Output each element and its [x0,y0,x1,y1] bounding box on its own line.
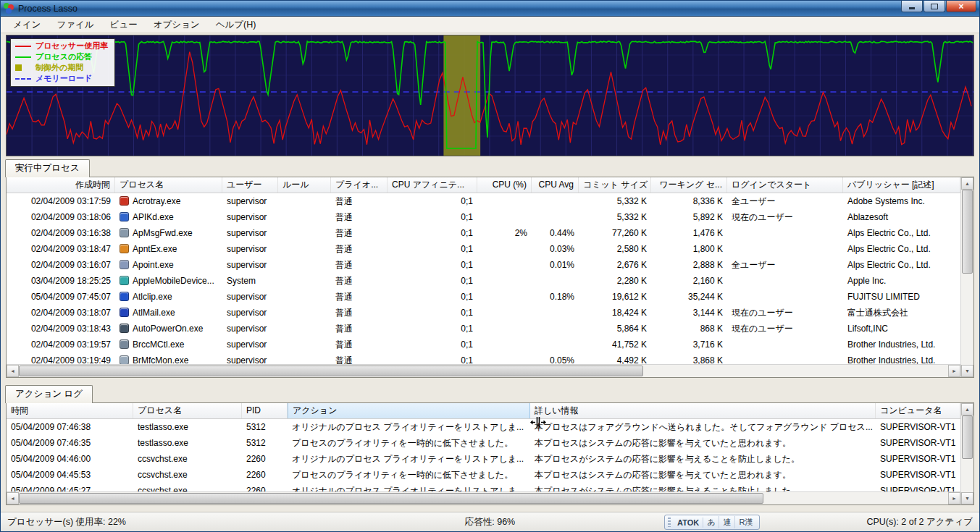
ime-kanji-mode[interactable]: R漢 [735,516,756,528]
column-header-commit[interactable]: コミット サイズ [579,177,651,193]
cell-computer: SUPERVISOR-VT1 [876,467,960,483]
tab-action-log[interactable]: アクション ログ [5,385,93,403]
actions-vscrollbar[interactable]: ▲ ▼ [960,403,973,504]
column-header-detail[interactable]: 詳しい情報 [530,403,876,418]
process-row[interactable]: 02/04/2009 03:19:49BrMfcMon.exesuperviso… [7,352,960,364]
ime-hiragana-mode[interactable]: あ [703,516,719,528]
processes-list[interactable]: 02/04/2009 03:17:59Acrotray.exesuperviso… [7,193,960,364]
scroll-right-icon[interactable]: ► [948,492,960,504]
cell-computer: SUPERVISOR-VT1 [876,435,960,451]
status-responsiveness: 応答性: 96% [465,516,515,528]
action-log-row[interactable]: 05/04/2009 07:46:38testlasso.exe5312オリジナ… [7,419,960,435]
cell-cpu [477,241,532,257]
column-header-login[interactable]: ログインでスタート [727,177,843,193]
process-row[interactable]: 02/04/2009 03:16:38ApMsgFwd.exesuperviso… [7,225,960,241]
scroll-left-icon[interactable]: ◄ [7,365,19,377]
cell-priority: 普通 [331,352,388,364]
scroll-right-icon[interactable]: ► [948,365,960,377]
process-row[interactable]: 05/04/2009 07:45:07Atlclip.exesupervisor… [7,289,960,305]
column-header-affinity[interactable]: CPU アフィニテ... [388,177,477,193]
cell-priority: 普通 [331,273,388,289]
action-log-list[interactable]: 05/04/2009 07:46:38testlasso.exe5312オリジナ… [7,419,960,491]
actions-hscrollbar[interactable]: ◄ ► [7,491,960,504]
scroll-down-icon[interactable]: ▼ [961,492,973,504]
process-row[interactable]: 02/04/2009 03:19:57BrccMCtl.exesuperviso… [7,337,960,352]
cell-name: BrMfcMon.exe [115,352,222,364]
action-log-row[interactable]: 05/04/2009 04:45:27ccsvchst.exe2260オリジナル… [7,483,960,491]
column-header-rule[interactable]: ルール [278,177,331,193]
process-row[interactable]: 03/04/2009 18:25:25AppleMobileDevice...S… [7,273,960,289]
column-header-pid[interactable]: PID [242,403,288,418]
cell-user: System [222,273,278,289]
ime-atok[interactable]: ATOK [674,518,703,528]
maximize-button[interactable] [924,1,945,12]
tab-running-processes[interactable]: 実行中プロセス [5,159,90,177]
ime-renbun-mode[interactable]: 連 [719,516,735,528]
menu-item-file[interactable]: ファイル [49,17,101,33]
cell-time: 02/04/2009 03:18:07 [7,305,115,321]
menu-item-main[interactable]: メイン [5,17,49,33]
legend-label: プロセッサー使用率 [35,41,108,51]
cell-time: 02/04/2009 03:18:06 [7,209,115,225]
processes-vscrollbar[interactable]: ▲ ▼ [960,177,973,377]
cell-affinity: 0;1 [388,337,477,352]
legend-label: メモリーロード [35,73,92,84]
minimize-button[interactable] [901,1,923,12]
action-log-row[interactable]: 05/04/2009 07:46:35testlasso.exe5312プロセス… [7,435,960,451]
column-header-user[interactable]: ユーザー [222,177,278,193]
menu-item-view[interactable]: ビュー [102,17,146,33]
column-header-cpu_avg[interactable]: CPU Avg [532,177,579,193]
column-header-time[interactable]: 作成時間 [7,177,115,193]
cell-rule [278,273,331,289]
vscroll-thumb[interactable] [962,190,973,274]
hscroll-thumb[interactable] [19,366,643,376]
vscroll-thumb[interactable] [962,415,973,459]
cell-priority: 普通 [331,209,388,225]
ime-toolbar[interactable]: ATOKあ連R漢 [664,515,760,530]
column-header-working[interactable]: ワーキング セ... [651,177,727,193]
cell-user: supervisor [222,337,278,352]
cell-detail: 本プロセスはシステムの応答に影響を与えていたと思われます。 [530,467,876,483]
action-log-row[interactable]: 05/04/2009 04:45:53ccsvchst.exe2260プロセスの… [7,467,960,483]
process-row[interactable]: 02/04/2009 03:18:07AtlMail.exesupervisor… [7,305,960,321]
processes-hscrollbar[interactable]: ◄ ► [7,364,960,377]
cell-user: supervisor [222,352,278,364]
action-log-header-row: 時間プロセス名PIDアクション詳しい情報コンピュータ名 [7,403,960,419]
process-icon [120,228,129,237]
process-row[interactable]: 02/04/2009 03:18:47ApntEx.exesupervisor普… [7,241,960,257]
hscroll-thumb[interactable] [19,493,763,504]
close-button[interactable] [946,1,976,12]
scroll-up-icon[interactable]: ▲ [961,177,973,190]
cell-pid: 2260 [242,467,288,483]
cell-user: supervisor [222,257,278,273]
menu-item-help[interactable]: ヘルプ(H) [208,17,264,33]
action-log-panel: 時間プロセス名PIDアクション詳しい情報コンピュータ名 05/04/2009 0… [6,402,974,505]
menu-item-options[interactable]: オプション [146,17,208,33]
cell-commit: 5,864 K [579,321,651,337]
process-row[interactable]: 02/04/2009 03:17:59Acrotray.exesuperviso… [7,193,960,209]
column-header-name[interactable]: プロセス名 [133,403,242,418]
scroll-left-icon[interactable]: ◄ [7,492,19,504]
column-header-priority[interactable]: プライオ... [331,177,388,193]
cell-cpu_avg: 0.18% [532,289,579,305]
column-header-cpu[interactable]: CPU (%) [477,177,532,193]
close-icon [958,2,963,11]
cell-cpu [477,337,532,352]
column-header-time[interactable]: 時間 [7,403,133,418]
scroll-up-icon[interactable]: ▲ [961,403,973,415]
column-header-publisher[interactable]: パブリッシャー [記述] [843,177,960,193]
cell-detail: 本プロセスがシステムの応答に影響を与えることを防止しました。 [530,451,876,467]
cell-login: 全ユーザー [727,257,843,273]
column-header-action[interactable]: アクション [288,403,530,418]
column-header-computer[interactable]: コンピュータ名 [876,403,960,418]
column-header-name[interactable]: プロセス名 [115,177,222,193]
titlebar[interactable]: Process Lasso [1,1,979,17]
scroll-down-icon[interactable]: ▼ [961,365,973,377]
cell-affinity: 0;1 [388,225,477,241]
process-row[interactable]: 02/04/2009 03:18:43AutoPowerOn.exesuperv… [7,321,960,337]
cell-publisher: Brother Industries, Ltd. [843,337,960,352]
cell-cpu_avg: 0.44% [532,225,579,241]
action-log-row[interactable]: 05/04/2009 04:46:00ccsvchst.exe2260オリジナル… [7,451,960,467]
process-row[interactable]: 02/04/2009 03:18:06APIKd.exesupervisor普通… [7,209,960,225]
process-row[interactable]: 02/04/2009 03:16:07Apoint.exesupervisor普… [7,257,960,273]
